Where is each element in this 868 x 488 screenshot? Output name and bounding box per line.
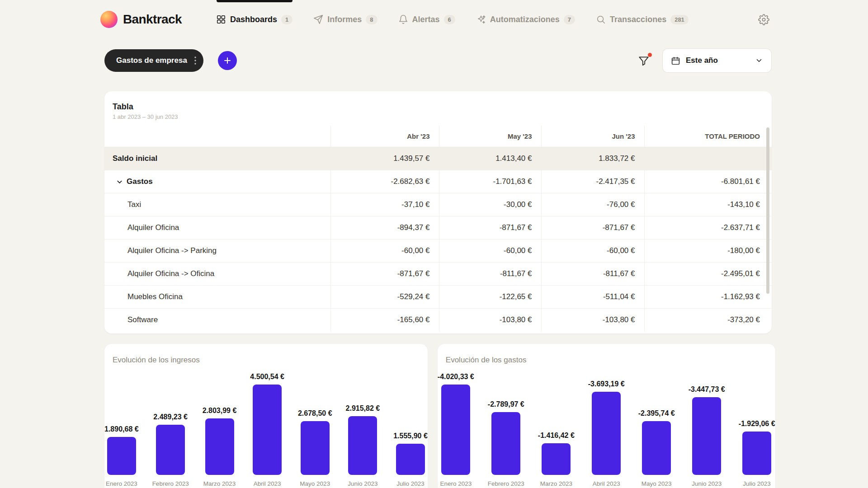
brand-name: Banktrack bbox=[123, 12, 182, 27]
cell-value: -103,80 € bbox=[439, 309, 541, 332]
bar[interactable] bbox=[642, 421, 671, 475]
bar-value-label: 2.678,50 € bbox=[298, 409, 332, 418]
cell-value: -122,65 € bbox=[439, 286, 541, 309]
bar[interactable] bbox=[253, 385, 282, 475]
main-nav: Dashboards 1 Informes 8 Alertas 6 Automa… bbox=[216, 14, 689, 24]
bar-category-label: Febrero 2023 bbox=[152, 480, 189, 487]
cell-value: -894,37 € bbox=[330, 216, 439, 239]
cell-value: -2.417,35 € bbox=[541, 170, 644, 193]
table-row[interactable]: Alquiler Oficina-894,37 €-871,67 €-871,6… bbox=[104, 216, 772, 239]
kebab-menu-icon[interactable] bbox=[194, 56, 196, 65]
nav-item-transacciones[interactable]: Transacciones 281 bbox=[596, 14, 689, 24]
cell-value: 1.439,57 € bbox=[330, 147, 439, 170]
column-header: May '23 bbox=[439, 126, 541, 147]
bar-column: -1.416,42 €Marzo 2023 bbox=[538, 366, 575, 487]
cell-value: -811,67 € bbox=[439, 263, 541, 286]
bar[interactable] bbox=[692, 397, 721, 475]
bar[interactable] bbox=[348, 416, 377, 475]
bar[interactable] bbox=[301, 421, 330, 475]
nav-label: Informes bbox=[327, 15, 362, 24]
board-selector-button[interactable]: Gastos de empresa bbox=[104, 49, 203, 72]
chart-card-gastos: Evolución de los gastos -4.020,33 €Enero… bbox=[438, 344, 775, 488]
bell-icon bbox=[398, 14, 408, 24]
table-row[interactable]: Alquiler Oficina -> Parking-60,00 €-60,0… bbox=[104, 239, 772, 263]
bar-category-label: Junio 2023 bbox=[348, 480, 377, 487]
nav-item-automatizaciones[interactable]: Automatizaciones 7 bbox=[476, 14, 575, 24]
cell-value: -871,67 € bbox=[541, 216, 644, 239]
cell-value: -76,00 € bbox=[541, 193, 644, 216]
nav-badge: 1 bbox=[281, 15, 292, 24]
chart-title: Evolución de los gastos bbox=[438, 356, 775, 365]
cell-value: -2.495,01 € bbox=[644, 263, 772, 286]
top-navigation: Banktrack Dashboards 1 Informes 8 Alerta… bbox=[0, 0, 868, 39]
cell-value: -373,20 € bbox=[644, 309, 772, 332]
cell-value: 1.413,40 € bbox=[439, 147, 541, 170]
nav-badge: 7 bbox=[564, 15, 575, 24]
table-row[interactable]: Alquiler Oficina -> Oficina-871,67 €-811… bbox=[104, 263, 772, 286]
bar-category-label: Junio 2023 bbox=[692, 480, 722, 487]
bar-column: 2.803,99 €Marzo 2023 bbox=[203, 366, 237, 487]
period-dropdown[interactable]: Este año bbox=[662, 48, 772, 73]
table-header-row: Abr '23 May '23 Jun '23 TOTAL PERIODO bbox=[104, 126, 772, 147]
column-header: Jun '23 bbox=[541, 126, 644, 147]
table-title: Tabla bbox=[104, 102, 772, 112]
column-header: TOTAL PERIODO bbox=[644, 126, 772, 147]
table-row[interactable]: Gastos-2.682,63 €-1.701,63 €-2.417,35 €-… bbox=[104, 170, 772, 193]
bar[interactable] bbox=[205, 418, 234, 475]
bar-column: 2.678,50 €Mayo 2023 bbox=[298, 366, 332, 487]
expand-chevron-icon[interactable] bbox=[116, 178, 123, 185]
bar[interactable] bbox=[742, 432, 771, 475]
funnel-icon bbox=[638, 55, 650, 66]
row-label: Software bbox=[104, 309, 330, 332]
table-row[interactable]: Saldo inicial1.439,57 €1.413,40 €1.833,7… bbox=[104, 147, 772, 170]
bar-value-label: 2.803,99 € bbox=[203, 407, 237, 415]
sparkles-icon bbox=[476, 14, 486, 24]
bar-value-label: 1.555,90 € bbox=[393, 432, 428, 440]
settings-gear-icon[interactable] bbox=[757, 13, 770, 26]
cell-value: -30,00 € bbox=[439, 193, 541, 216]
bar-column: -4.020,33 €Enero 2023 bbox=[438, 366, 474, 487]
bar-column: 2.915,82 €Junio 2023 bbox=[346, 366, 380, 487]
table-row[interactable]: Muebles Oficina-529,24 €-122,65 €-511,04… bbox=[104, 286, 772, 309]
bar-category-label: Enero 2023 bbox=[440, 480, 472, 487]
bar[interactable] bbox=[441, 385, 470, 475]
bar[interactable] bbox=[156, 425, 185, 475]
table-row[interactable]: Software-165,60 €-103,80 €-103,80 €-373,… bbox=[104, 309, 772, 332]
cell-value: -165,60 € bbox=[330, 309, 439, 332]
toolbar: Gastos de empresa Este año bbox=[104, 48, 772, 73]
table-row[interactable]: Taxi-37,10 €-30,00 €-76,00 €-143,10 € bbox=[104, 193, 772, 216]
row-label: Alquiler Oficina -> Parking bbox=[104, 239, 330, 263]
cell-value: -2.637,71 € bbox=[644, 216, 772, 239]
filter-button[interactable] bbox=[636, 53, 651, 68]
top-accent-bar bbox=[217, 0, 292, 2]
bar[interactable] bbox=[396, 444, 425, 475]
bar-chart: -4.020,33 €Enero 2023-2.789,97 €Febrero … bbox=[438, 366, 775, 487]
nav-label: Alertas bbox=[412, 15, 440, 24]
add-board-button[interactable] bbox=[218, 51, 237, 70]
column-header bbox=[104, 126, 330, 147]
paper-plane-icon bbox=[313, 14, 323, 24]
bar-column: -3.447,73 €Junio 2023 bbox=[689, 366, 725, 487]
nav-item-informes[interactable]: Informes 8 bbox=[313, 14, 377, 24]
nav-label: Dashboards bbox=[230, 15, 277, 24]
bar-value-label: 1.890,68 € bbox=[104, 425, 139, 433]
bar-category-label: Julio 2023 bbox=[743, 480, 771, 487]
bar-category-label: Abril 2023 bbox=[254, 480, 281, 487]
bar[interactable] bbox=[491, 412, 520, 475]
chart-card-ingresos: Evolución de los ingresos 1.890,68 €Ener… bbox=[104, 344, 428, 488]
cell-value bbox=[644, 147, 772, 170]
cell-value: -60,00 € bbox=[439, 239, 541, 263]
nav-item-alertas[interactable]: Alertas 6 bbox=[398, 14, 455, 24]
cell-value: -811,67 € bbox=[541, 263, 644, 286]
cell-value: -1.162,93 € bbox=[644, 286, 772, 309]
nav-item-dashboards[interactable]: Dashboards 1 bbox=[216, 14, 292, 24]
row-label: Saldo inicial bbox=[104, 147, 330, 170]
bar-value-label: 2.915,82 € bbox=[346, 404, 380, 413]
table-scrollbar[interactable] bbox=[766, 127, 769, 294]
bar-value-label: -3.693,19 € bbox=[588, 380, 625, 388]
bar[interactable] bbox=[542, 443, 571, 475]
bar[interactable] bbox=[107, 437, 136, 475]
bar[interactable] bbox=[592, 392, 621, 475]
bar-column: -2.395,74 €Mayo 2023 bbox=[638, 366, 675, 487]
cell-value: 1.833,72 € bbox=[541, 147, 644, 170]
